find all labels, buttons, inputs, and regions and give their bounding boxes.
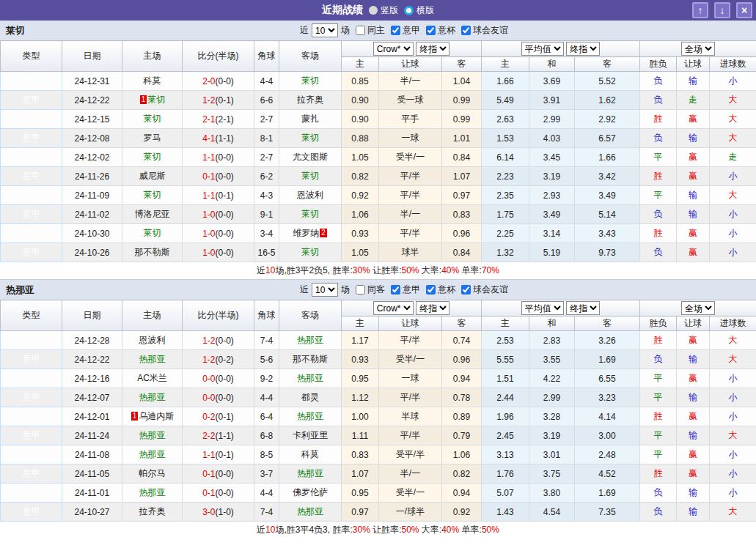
league-cell: 意甲 [1,388,62,407]
away-team-cell: 莱切 [279,129,342,148]
away-team-cell: 那不勒斯 [279,350,342,369]
sub-goals-header: 进球数 [710,316,756,331]
sub-home2-header: 主 [482,316,529,331]
sub-let-result-header: 让球 [677,57,710,72]
radio-vertical-icon[interactable] [369,6,378,15]
handicap-line: 平/半 [379,426,442,445]
handicap-away-odds: 0.79 [442,426,482,445]
col-corner-header: 角球 [254,300,279,331]
match-row: 意甲24-11-08热那亚1-1(0-1)8-5科莫0.83受平/半1.063.… [1,445,756,464]
score-cell: 1-1(0-1) [183,445,254,464]
cup-checkbox[interactable] [426,285,436,295]
match-row: 意甲24-10-27拉齐奥3-0(1-0)7-4热那亚0.97一/球半0.921… [1,503,756,522]
bookmaker-select[interactable]: Crow* [373,42,414,56]
team-name: 莱切 [144,114,161,124]
team-name: 莱切 [301,247,319,257]
friendly-label: 球会友谊 [473,24,508,37]
handicap-result-cell: 输 [677,205,710,224]
team-name: 热那亚 [139,449,166,459]
corner-cell: 6-8 [254,426,279,445]
result-cell: 负 [640,503,677,522]
close-button[interactable]: × [736,2,752,18]
match-count-select[interactable]: 10 [312,23,338,37]
move-down-button[interactable]: ↓ [714,2,730,18]
radio-horizontal-icon[interactable] [404,6,414,15]
handicap-result-cell: 赢 [677,110,710,129]
euro-home-odds: 1.51 [482,369,529,388]
euro-home-odds: 2.45 [482,426,529,445]
handicap-away-odds: 0.96 [442,350,482,369]
euro-draw-odds: 2.99 [529,388,575,407]
final-odds-select-2[interactable]: 终指 [566,301,600,315]
euro-draw-odds: 3.14 [529,224,575,243]
date-cell: 24-11-09 [62,186,122,205]
friendly-checkbox[interactable] [461,26,471,35]
date-cell: 24-12-08 [62,129,122,148]
handicap-line: 半/一 [379,464,442,484]
league-checkbox[interactable] [391,285,400,295]
average-select[interactable]: 平均值 [521,42,564,56]
score-cell: 1-0(0-0) [183,224,254,243]
away-team-cell: 莱切 [279,205,342,224]
euro-home-odds: 5.07 [482,484,529,503]
handicap-away-odds: 0.84 [442,148,482,167]
goals-result-cell: 大 [710,186,756,205]
scope-select[interactable]: 全场 [681,301,715,315]
euro-away-odds: 1.66 [575,148,640,167]
goals-result-cell: 小 [710,369,756,388]
cup-checkbox[interactable] [426,26,436,35]
goals-result-cell: 大 [710,350,756,369]
cup-label: 意杯 [438,284,455,296]
final-odds-select[interactable]: 终指 [416,42,449,56]
handicap-line: 受一球 [379,91,442,110]
euro-home-odds: 2.35 [482,186,529,205]
date-cell: 24-10-27 [62,503,122,522]
radio-horizontal[interactable]: 横版 [404,4,434,17]
euro-draw-odds: 3.55 [529,350,575,369]
away-team-cell: 恩波利 [279,186,342,205]
friendly-checkbox[interactable] [461,285,471,295]
euro-home-odds: 2.44 [482,388,529,407]
handicap-home-odds: 1.05 [342,243,379,262]
handicap-away-odds: 0.99 [442,91,482,110]
league-cell: 意甲 [1,186,62,205]
col-home-header: 主场 [122,300,183,331]
average-select[interactable]: 平均值 [521,301,564,315]
radio-vertical[interactable]: 竖版 [369,4,398,17]
handicap-away-odds: 0.94 [442,484,482,503]
euro-draw-odds: 3.69 [529,72,575,91]
league-checkbox[interactable] [391,26,400,35]
euro-home-odds: 6.14 [482,148,529,167]
euro-away-odds: 2.92 [575,110,640,129]
corner-cell: 4-4 [254,72,279,91]
games-label: 场 [341,24,350,37]
filter-controls: 近 10 场 同主 意甲 意杯 球会友谊 [300,23,508,37]
scope-select[interactable]: 全场 [681,42,715,56]
handicap-line: 半/一 [379,72,442,91]
near-label: 近 [300,24,309,37]
final-odds-select[interactable]: 终指 [416,301,449,315]
handicap-away-odds: 1.04 [442,72,482,91]
goals-result-cell: 小 [710,205,756,224]
league-label: 意甲 [403,284,420,296]
euro-away-odds: 3.00 [575,426,640,445]
corner-cell: 6-2 [254,167,279,186]
result-cell: 胜 [640,110,677,129]
team-name: 卡利亚里 [293,430,328,440]
same-venue-checkbox[interactable] [356,26,365,35]
same-venue-label: 同客 [367,284,385,296]
cup-label: 意杯 [438,24,455,37]
sub-draw-header: 和 [529,316,575,331]
final-odds-select-2[interactable]: 终指 [566,42,600,56]
score-cell: 1-2(0-1) [183,91,254,110]
move-up-button[interactable]: ↑ [692,2,708,18]
same-venue-checkbox[interactable] [356,285,365,295]
handicap-away-odds: 1.06 [442,445,482,464]
goals-result-cell: 小 [710,167,756,186]
handicap-home-odds: 0.90 [342,110,379,129]
date-cell: 24-12-22 [62,91,122,110]
match-row: 意甲24-11-05帕尔马0-1(0-0)3-7热那亚1.07半/一0.821.… [1,464,756,484]
handicap-line: 平/半 [379,224,442,243]
match-count-select[interactable]: 10 [312,283,338,297]
bookmaker-select[interactable]: Crow* [373,301,414,315]
